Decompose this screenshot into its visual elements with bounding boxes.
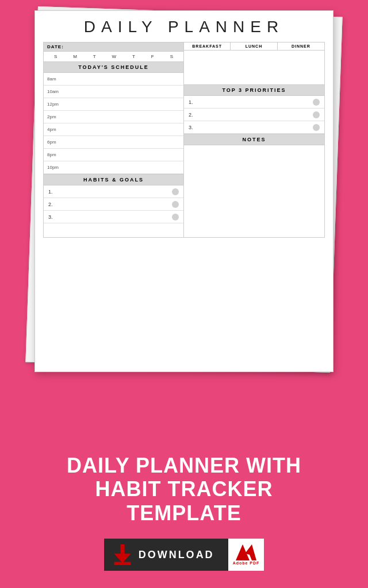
right-column: BREAKFAST LUNCH DINNER TOP 3 PRIORITIES … xyxy=(184,42,324,237)
svg-rect-0 xyxy=(120,544,124,555)
download-label: DOWNLOAD xyxy=(139,549,214,561)
date-label: DATE: xyxy=(44,42,183,52)
habit-circle-2 xyxy=(172,201,179,208)
time-slot-8am: 8am xyxy=(44,73,183,86)
day-thu: T xyxy=(132,54,135,59)
day-wed: W xyxy=(112,54,117,59)
main-background: DAILY PLANNER DATE: S M T W T F S xyxy=(0,0,368,588)
day-sun: S xyxy=(54,54,57,59)
meal-body xyxy=(184,51,324,85)
time-slot-2pm: 2pm xyxy=(44,111,183,123)
notes-header: NOTES xyxy=(184,134,324,145)
habit-item-2: 2. xyxy=(44,198,183,211)
priority-row-1: 1. xyxy=(184,96,324,109)
promo-area: DAILY PLANNER WITH HABIT TRACKER TEMPLAT… xyxy=(0,442,368,588)
time-slot-6pm: 6pm xyxy=(44,136,183,149)
habit-item-3: 3. xyxy=(44,211,183,223)
priority-row-2: 2. xyxy=(184,109,324,121)
schedule-header: TODAY'S SCHEDULE xyxy=(44,62,183,73)
adobe-logo-icon xyxy=(236,544,256,560)
priorities-header: TOP 3 PRIORITIES xyxy=(184,85,324,96)
dinner-header: DINNER xyxy=(278,42,324,50)
day-sat: S xyxy=(170,54,173,59)
time-slot-4pm: 4pm xyxy=(44,123,183,136)
download-button[interactable]: DOWNLOAD xyxy=(104,539,228,571)
lunch-header: LUNCH xyxy=(231,42,277,50)
habits-header: HABITS & GOALS xyxy=(44,174,183,185)
left-column: DATE: S M T W T F S TODAY'S SCHEDULE 8 xyxy=(44,42,184,237)
planner-paper: DAILY PLANNER DATE: S M T W T F S xyxy=(34,10,334,372)
download-button-wrap[interactable]: DOWNLOAD Adobe PDF xyxy=(17,539,351,571)
time-slot-12pm: 12pm xyxy=(44,98,183,111)
download-icon xyxy=(113,544,132,565)
priority-row-3: 3. xyxy=(184,121,324,134)
breakfast-header: BREAKFAST xyxy=(184,42,231,50)
svg-marker-1 xyxy=(114,554,131,563)
day-fri: F xyxy=(151,54,154,59)
day-mon: M xyxy=(73,54,77,59)
priority-circle-3 xyxy=(313,124,320,131)
time-slot-8pm: 8pm xyxy=(44,149,183,161)
days-row: S M T W T F S xyxy=(44,52,183,62)
day-tue: T xyxy=(93,54,96,59)
adobe-badge: Adobe PDF xyxy=(228,539,264,571)
habit-item-1: 1. xyxy=(44,185,183,198)
time-slot-10pm: 10pm xyxy=(44,161,183,174)
svg-rect-2 xyxy=(114,562,131,565)
notes-body xyxy=(184,145,324,237)
priority-circle-2 xyxy=(313,111,320,118)
habit-circle-3 xyxy=(172,214,179,220)
paper-stack: DAILY PLANNER DATE: S M T W T F S xyxy=(0,0,368,379)
priority-circle-1 xyxy=(313,99,320,106)
planner-title: DAILY PLANNER xyxy=(43,18,325,36)
adobe-pdf-label: Adobe PDF xyxy=(233,561,260,565)
habit-circle-1 xyxy=(172,188,179,195)
meal-headers: BREAKFAST LUNCH DINNER xyxy=(184,42,324,51)
promo-title: DAILY PLANNER WITH HABIT TRACKER TEMPLAT… xyxy=(17,454,351,525)
time-slot-10am: 10am xyxy=(44,86,183,98)
